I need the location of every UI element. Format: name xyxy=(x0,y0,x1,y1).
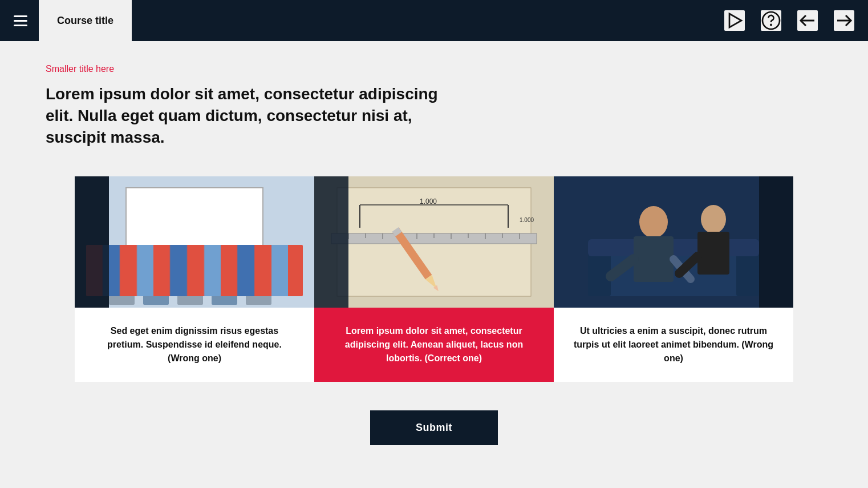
svg-rect-10 xyxy=(177,268,203,288)
svg-rect-13 xyxy=(109,291,135,305)
main-content: Smaller title here Lorem ipsum dolor sit… xyxy=(0,41,868,488)
svg-rect-15 xyxy=(177,291,203,305)
card-1-image-wrapper xyxy=(75,176,314,308)
svg-rect-18 xyxy=(75,176,109,308)
svg-rect-11 xyxy=(212,268,237,288)
card-3-body: Ut ultricies a enim a suscipit, donec ru… xyxy=(554,308,793,382)
course-title: Course title xyxy=(50,0,120,41)
answer-card-1[interactable]: Sed eget enim dignissim risus egestas pr… xyxy=(75,176,314,382)
card-3-text: Ut ultricies a enim a suscipit, donec ru… xyxy=(571,324,776,365)
svg-rect-7 xyxy=(126,188,263,268)
svg-text:1.000: 1.000 xyxy=(520,217,534,223)
svg-rect-12 xyxy=(246,268,271,288)
card-2-image-wrapper: 1.000 1.000 xyxy=(314,176,554,308)
card-2-image: 1.000 1.000 xyxy=(314,176,554,308)
svg-rect-9 xyxy=(143,268,169,288)
svg-marker-0 xyxy=(729,14,741,27)
svg-rect-8 xyxy=(109,268,135,288)
svg-rect-17 xyxy=(246,291,271,305)
header-left: Course title xyxy=(14,0,132,41)
svg-rect-54 xyxy=(759,176,793,308)
menu-button[interactable] xyxy=(14,15,27,26)
svg-point-2 xyxy=(770,25,772,26)
card-3-image-wrapper xyxy=(554,176,793,308)
svg-rect-14 xyxy=(143,291,169,305)
card-3-image xyxy=(554,176,793,308)
play-button[interactable] xyxy=(724,10,745,31)
main-heading: Lorem ipsum dolor sit amet, consectetur … xyxy=(46,83,445,148)
submit-button[interactable]: Submit xyxy=(370,410,498,445)
answer-card-3[interactable]: Ut ultricies a enim a suscipit, donec ru… xyxy=(554,176,793,382)
help-button[interactable] xyxy=(761,10,781,31)
card-2-text: Lorem ipsum dolor sit amet, consectetur … xyxy=(331,324,537,365)
svg-point-47 xyxy=(639,206,668,238)
answer-cards-row: Sed eget enim dignissim risus egestas pr… xyxy=(46,176,822,382)
course-title-wrapper: Course title xyxy=(39,0,132,41)
svg-text:1.000: 1.000 xyxy=(420,197,437,205)
answer-card-2[interactable]: 1.000 1.000 Lorem ipsum dolor sit amet, … xyxy=(314,176,554,382)
card-1-body: Sed eget enim dignissim risus egestas pr… xyxy=(75,308,314,382)
app-header: Course title xyxy=(0,0,868,41)
card-2-body: Lorem ipsum dolor sit amet, consectetur … xyxy=(314,308,554,382)
back-button[interactable] xyxy=(797,10,818,31)
page-subtitle: Smaller title here xyxy=(46,64,822,74)
svg-point-51 xyxy=(701,205,726,233)
svg-rect-52 xyxy=(697,232,729,275)
card-1-image xyxy=(75,176,314,308)
forward-button[interactable] xyxy=(834,10,854,31)
header-right xyxy=(724,10,854,31)
card-1-text: Sed eget enim dignissim risus egestas pr… xyxy=(92,324,297,365)
svg-rect-16 xyxy=(212,291,237,305)
submit-row: Submit xyxy=(46,410,822,445)
svg-rect-48 xyxy=(634,236,674,282)
